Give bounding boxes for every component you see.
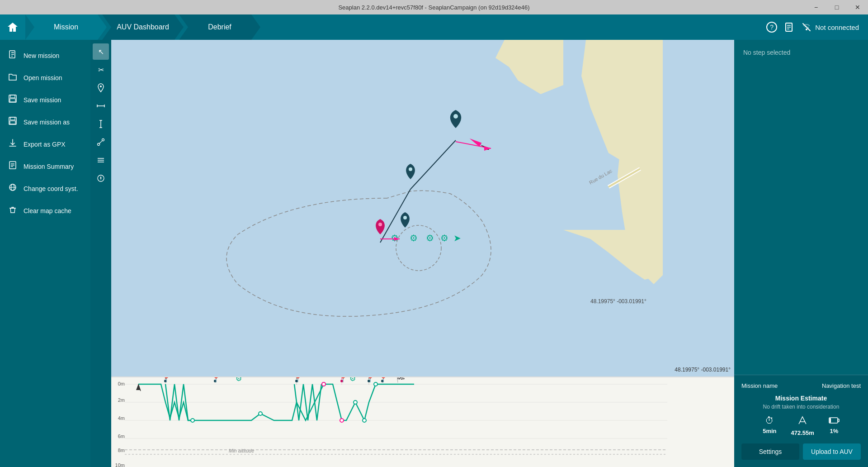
maximize-button[interactable]: □	[826, 0, 847, 14]
svg-text:➤: ➤	[453, 233, 461, 243]
tool-path[interactable]	[93, 134, 109, 150]
docs-button[interactable]	[784, 22, 794, 32]
depth-label-4: 4m	[112, 415, 125, 421]
mission-info: Mission name Navigation test Mission Est…	[734, 375, 868, 467]
map-svg: Rue du Lac	[111, 40, 734, 376]
tool-select[interactable]: ↖	[93, 43, 109, 60]
svg-point-84	[354, 400, 357, 404]
svg-point-80	[191, 419, 194, 422]
time-icon: ⏱	[765, 415, 774, 426]
map-coordinates: 48.19975° -003.01991°	[675, 367, 731, 373]
estimate-row: ⏱ 5min 472.55m	[741, 415, 861, 436]
tab-debrief[interactable]: Debrief	[179, 14, 260, 40]
depth-label-10: 10m	[112, 462, 125, 467]
open-mission-icon	[7, 72, 18, 83]
mission-summary-icon	[7, 161, 18, 172]
app: Mission AUV Dashboard Debrief ?	[0, 14, 868, 467]
sidebar-item-change-coord[interactable]: Change coord syst.	[0, 177, 90, 200]
sidebar-item-save-mission-as[interactable]: Save mission as	[0, 111, 90, 133]
content-area: New mission Open mission	[0, 40, 868, 467]
map-profile-area: Rue du Lac	[111, 40, 734, 467]
svg-text:🏁: 🏁	[396, 377, 405, 383]
depth-label-8: 8m	[112, 448, 125, 453]
svg-point-81	[259, 412, 262, 415]
svg-point-51	[378, 223, 382, 226]
home-button[interactable]	[0, 14, 25, 40]
svg-marker-98	[136, 384, 141, 390]
top-nav: Mission AUV Dashboard Debrief ?	[0, 14, 868, 40]
estimate-distance: 472.55m	[791, 415, 814, 436]
battery-icon	[829, 415, 840, 426]
svg-point-43	[396, 225, 441, 271]
depth-label-6: 6m	[112, 434, 125, 439]
right-panel: No step selected Mission name Navigation…	[734, 40, 868, 467]
mission-name-value: Navigation test	[822, 382, 861, 389]
svg-rect-13	[10, 117, 15, 120]
titlebar: Seaplan 2.2.0.dev14+revc57f80f - Seaplan…	[0, 0, 868, 14]
sidebar-item-mission-summary[interactable]: Mission Summary	[0, 155, 90, 177]
tab-mission[interactable]: Mission	[25, 14, 107, 40]
tool-edit[interactable]: ✂	[93, 62, 109, 78]
estimate-time: ⏱ 5min	[763, 415, 776, 436]
new-mission-icon	[7, 50, 18, 61]
tool-compass[interactable]	[93, 170, 109, 186]
step-info: No step selected	[734, 40, 868, 375]
profile-svg: 📍 📍 ⚙ 📍 📍 ⚙ 📍 📍 🏁	[125, 377, 734, 467]
svg-marker-42	[563, 230, 663, 280]
mission-name-row: Mission name Navigation test	[741, 382, 861, 389]
tool-measure[interactable]	[93, 116, 109, 132]
svg-point-4	[806, 29, 807, 30]
save-mission-as-icon	[7, 116, 18, 128]
svg-text:Rue du Lac: Rue du Lac	[588, 168, 613, 186]
action-buttons: Settings Upload to AUV	[741, 443, 861, 460]
mission-name-label: Mission name	[741, 382, 778, 389]
svg-point-53	[403, 216, 407, 219]
sidebar: New mission Open mission	[0, 40, 90, 467]
svg-rect-100	[830, 418, 831, 423]
svg-point-83	[340, 419, 344, 422]
titlebar-title: Seaplan 2.2.0.dev14+revc57f80f - Seaplan…	[338, 4, 529, 11]
svg-line-44	[410, 140, 456, 189]
svg-rect-14	[10, 121, 15, 124]
svg-text:48.19975° -003.01991°: 48.19975° -003.01991°	[590, 298, 646, 305]
sidebar-item-new-mission[interactable]: New mission	[0, 44, 90, 67]
svg-text:⚙: ⚙	[349, 377, 356, 382]
battery-value: 1%	[830, 428, 838, 434]
upload-button[interactable]: Upload to AUV	[803, 443, 861, 460]
svg-text:📍: 📍	[162, 377, 171, 383]
svg-point-55	[409, 167, 412, 171]
tab-auv-dashboard[interactable]: AUV Dashboard	[102, 14, 184, 40]
window-controls: − □ ✕	[806, 0, 868, 14]
tool-waypoint[interactable]	[93, 80, 109, 96]
map-view[interactable]: Rue du Lac	[111, 40, 734, 376]
estimate-battery: 1%	[829, 415, 840, 436]
mission-estimate-subtitle: No drift taken into consideration	[741, 404, 861, 410]
help-button[interactable]: ?	[766, 22, 777, 33]
svg-text:⚙: ⚙	[426, 233, 434, 243]
sidebar-item-clear-cache[interactable]: Clear map cache	[0, 200, 90, 222]
svg-text:📍: 📍	[339, 377, 348, 383]
svg-text:📍: 📍	[212, 377, 221, 383]
minimize-button[interactable]: −	[806, 0, 826, 14]
tool-ruler[interactable]	[93, 98, 109, 114]
svg-rect-10	[10, 95, 15, 98]
tool-layers[interactable]	[93, 152, 109, 168]
svg-text:📍: 📍	[293, 377, 302, 383]
sidebar-item-save-mission[interactable]: Save mission	[0, 89, 90, 111]
sidebar-item-export-gpx[interactable]: Export as GPX	[0, 133, 90, 155]
depth-label-0: 0m	[112, 381, 125, 386]
change-coord-icon	[7, 183, 18, 194]
svg-point-85	[363, 419, 366, 422]
settings-button[interactable]: Settings	[741, 443, 799, 460]
map-toolbar: ↖ ✂	[90, 40, 111, 467]
mission-estimate-title: Mission Estimate	[741, 395, 861, 402]
distance-value: 472.55m	[791, 429, 814, 436]
svg-text:📍: 📍	[366, 377, 375, 383]
sidebar-item-open-mission[interactable]: Open mission	[0, 67, 90, 89]
distance-icon	[797, 415, 807, 428]
svg-point-23	[100, 86, 102, 87]
time-value: 5min	[763, 428, 776, 434]
close-button[interactable]: ✕	[847, 0, 868, 14]
no-step-label: No step selected	[743, 49, 790, 56]
svg-text:⚙: ⚙	[236, 377, 242, 382]
